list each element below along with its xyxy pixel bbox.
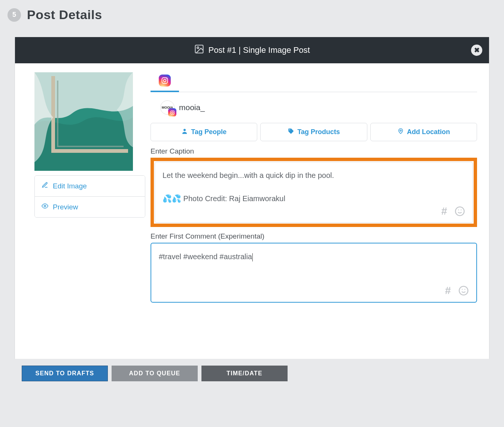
svg-point-15 — [459, 286, 468, 295]
tag-products-button[interactable]: Tag Products — [260, 123, 367, 141]
svg-point-6 — [166, 78, 167, 79]
pencil-icon — [42, 182, 48, 190]
tag-people-button[interactable]: Tag People — [151, 123, 257, 141]
svg-point-16 — [462, 289, 462, 290]
hashtag-picker-icon[interactable]: # — [441, 206, 447, 218]
svg-point-9 — [183, 129, 186, 131]
person-icon — [181, 128, 188, 136]
tag-people-label: Tag People — [191, 128, 227, 136]
svg-point-3 — [44, 205, 46, 207]
text-caret — [252, 253, 253, 261]
account-row: MOOIA mooia_ — [151, 92, 477, 123]
close-button[interactable]: ✖ — [471, 45, 482, 56]
account-name: mooia_ — [179, 103, 205, 112]
caption-highlight: Let the weekend begin...with a quick dip… — [151, 158, 477, 227]
first-comment-text: #travel #weekend #australia — [159, 251, 469, 284]
hashtag-picker-icon[interactable]: # — [445, 285, 451, 297]
footer-actions: Send to Drafts Add to Queue Time/Date — [15, 359, 489, 392]
close-icon: ✖ — [474, 46, 480, 54]
emoji-picker-icon[interactable] — [455, 206, 465, 218]
location-pin-icon — [397, 128, 404, 136]
tag-products-label: Tag Products — [297, 128, 340, 136]
caption-text: Let the weekend begin...with a quick dip… — [163, 170, 465, 205]
instagram-badge-icon — [168, 108, 176, 116]
svg-point-13 — [458, 209, 459, 210]
svg-point-14 — [461, 209, 461, 210]
image-actions-list: Edit Image Preview — [34, 175, 145, 218]
post-action-row: Tag People Tag Products Add Location — [151, 123, 477, 141]
svg-point-8 — [171, 112, 173, 113]
step-badge: 5 — [7, 8, 21, 22]
section-header: 5 Post Details — [0, 7, 504, 22]
card-header: Post #1 | Single Image Post ✖ — [15, 37, 489, 63]
platform-tabstrip — [151, 72, 477, 92]
preview-label: Preview — [53, 203, 78, 211]
post-image-thumbnail[interactable] — [34, 72, 133, 171]
tag-icon — [288, 128, 294, 136]
svg-point-1 — [197, 47, 199, 49]
caption-input[interactable]: Let the weekend begin...with a quick dip… — [155, 162, 473, 223]
first-comment-label: Enter First Comment (Experimental) — [151, 232, 477, 240]
preview-button[interactable]: Preview — [35, 196, 145, 217]
avatar: MOOIA — [160, 100, 174, 115]
svg-point-5 — [164, 79, 166, 82]
svg-rect-7 — [170, 110, 174, 114]
image-post-icon — [194, 44, 204, 57]
instagram-icon — [159, 75, 171, 87]
add-to-queue-button[interactable]: Add to Queue — [112, 366, 198, 381]
eye-icon — [42, 203, 48, 211]
svg-point-11 — [400, 130, 401, 131]
page-title: Post Details — [27, 7, 102, 22]
caption-label: Enter Caption — [151, 147, 477, 155]
add-location-label: Add Location — [407, 128, 450, 136]
first-comment-input[interactable]: #travel #weekend #australia # — [151, 243, 477, 303]
post-card: Post #1 | Single Image Post ✖ — [15, 37, 489, 359]
edit-image-button[interactable]: Edit Image — [35, 176, 145, 196]
emoji-picker-icon[interactable] — [458, 285, 469, 297]
card-header-title: Post #1 | Single Image Post — [208, 45, 310, 55]
time-date-button[interactable]: Time/Date — [201, 366, 288, 381]
svg-point-10 — [289, 130, 290, 130]
edit-image-label: Edit Image — [53, 182, 87, 190]
svg-point-17 — [464, 289, 465, 290]
add-location-button[interactable]: Add Location — [370, 123, 477, 141]
svg-point-12 — [455, 207, 464, 215]
tab-instagram[interactable] — [151, 75, 179, 92]
send-to-drafts-button[interactable]: Send to Drafts — [22, 366, 108, 381]
